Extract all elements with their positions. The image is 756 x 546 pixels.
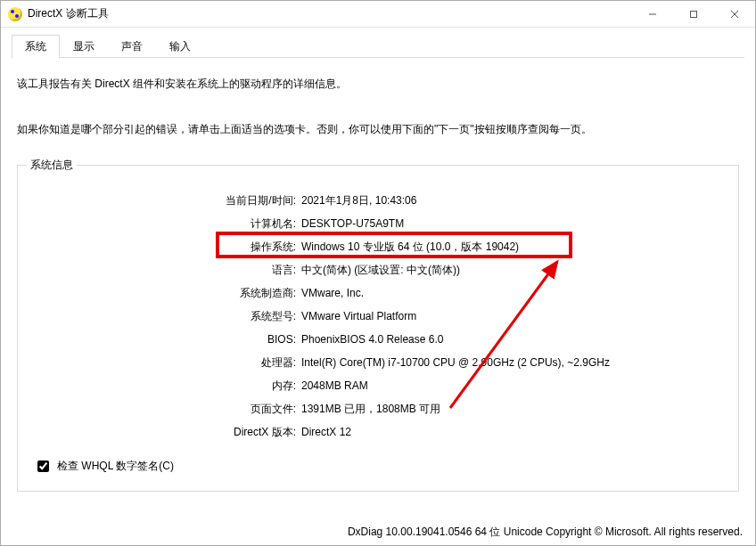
footer-text: DxDiag 10.00.19041.0546 64 位 Unicode Cop… xyxy=(348,525,743,540)
label-model: 系统型号: xyxy=(34,308,301,324)
label-bios: BIOS: xyxy=(34,331,301,347)
minimize-button[interactable] xyxy=(632,1,673,28)
title-bar: DirectX 诊断工具 xyxy=(1,1,755,28)
label-computer-name: 计算机名: xyxy=(34,216,301,232)
content-area: 系统 显示 声音 输入 该工具报告有关 DirectX 组件和安装在系统上的驱动… xyxy=(1,28,755,492)
value-directx-version: DirectX 12 xyxy=(301,424,722,440)
label-os: 操作系统: xyxy=(34,239,301,255)
value-computer-name: DESKTOP-U75A9TM xyxy=(301,216,722,232)
label-datetime: 当前日期/时间: xyxy=(34,192,301,208)
maximize-button[interactable] xyxy=(673,1,714,28)
label-page-file: 页面文件: xyxy=(34,401,301,417)
dxdiag-icon xyxy=(8,7,22,21)
row-manufacturer: 系统制造商: VMware, Inc. xyxy=(34,281,722,305)
value-model: VMware Virtual Platform xyxy=(301,308,722,324)
tab-strip: 系统 显示 声音 输入 xyxy=(12,37,744,58)
label-memory: 内存: xyxy=(34,378,301,394)
row-datetime: 当前日期/时间: 2021年1月8日, 10:43:06 xyxy=(34,189,722,212)
value-cpu: Intel(R) Core(TM) i7-10700 CPU @ 2.90GHz… xyxy=(301,354,722,371)
system-info-group: 系统信息 当前日期/时间: 2021年1月8日, 10:43:06 计算机名: … xyxy=(17,165,739,492)
svg-rect-1 xyxy=(691,11,697,17)
label-language: 语言: xyxy=(34,262,301,278)
row-model: 系统型号: VMware Virtual Platform xyxy=(34,305,722,328)
label-directx-version: DirectX 版本: xyxy=(34,424,301,440)
intro-line-2: 如果你知道是哪个部分引起的错误，请单击上面适当的选项卡。否则，你可以使用下面的"… xyxy=(17,119,739,140)
tab-system[interactable]: 系统 xyxy=(12,35,60,59)
whql-check-row: 检查 WHQL 数字签名(C) xyxy=(34,458,722,475)
window-title: DirectX 诊断工具 xyxy=(28,6,109,21)
value-datetime: 2021年1月8日, 10:43:06 xyxy=(301,192,722,208)
label-cpu: 处理器: xyxy=(34,354,301,371)
whql-checkbox[interactable] xyxy=(37,460,49,472)
tab-display[interactable]: 显示 xyxy=(60,35,108,58)
close-button[interactable] xyxy=(714,1,755,28)
whql-label[interactable]: 检查 WHQL 数字签名(C) xyxy=(57,459,174,474)
value-os: Windows 10 专业版 64 位 (10.0，版本 19042) xyxy=(301,239,722,255)
value-manufacturer: VMware, Inc. xyxy=(301,285,722,301)
tab-input[interactable]: 输入 xyxy=(156,35,204,58)
value-memory: 2048MB RAM xyxy=(301,378,722,394)
intro-line-1: 该工具报告有关 DirectX 组件和安装在系统上的驱动程序的详细信息。 xyxy=(17,74,739,94)
label-manufacturer: 系统制造商: xyxy=(34,285,301,301)
value-bios: PhoenixBIOS 4.0 Release 6.0 xyxy=(301,331,722,347)
row-directx-version: DirectX 版本: DirectX 12 xyxy=(34,420,722,444)
row-os: 操作系统: Windows 10 专业版 64 位 (10.0，版本 19042… xyxy=(34,235,722,258)
group-legend: 系统信息 xyxy=(27,158,77,173)
row-language: 语言: 中文(简体) (区域设置: 中文(简体)) xyxy=(34,258,722,281)
row-page-file: 页面文件: 1391MB 已用，1808MB 可用 xyxy=(34,397,722,420)
row-bios: BIOS: PhoenixBIOS 4.0 Release 6.0 xyxy=(34,328,722,351)
intro-text: 该工具报告有关 DirectX 组件和安装在系统上的驱动程序的详细信息。 如果你… xyxy=(12,58,744,140)
row-computer-name: 计算机名: DESKTOP-U75A9TM xyxy=(34,212,722,235)
tab-sound[interactable]: 声音 xyxy=(108,35,156,58)
row-memory: 内存: 2048MB RAM xyxy=(34,374,722,397)
row-cpu: 处理器: Intel(R) Core(TM) i7-10700 CPU @ 2.… xyxy=(34,351,722,374)
value-language: 中文(简体) (区域设置: 中文(简体)) xyxy=(301,262,722,278)
value-page-file: 1391MB 已用，1808MB 可用 xyxy=(301,401,722,417)
